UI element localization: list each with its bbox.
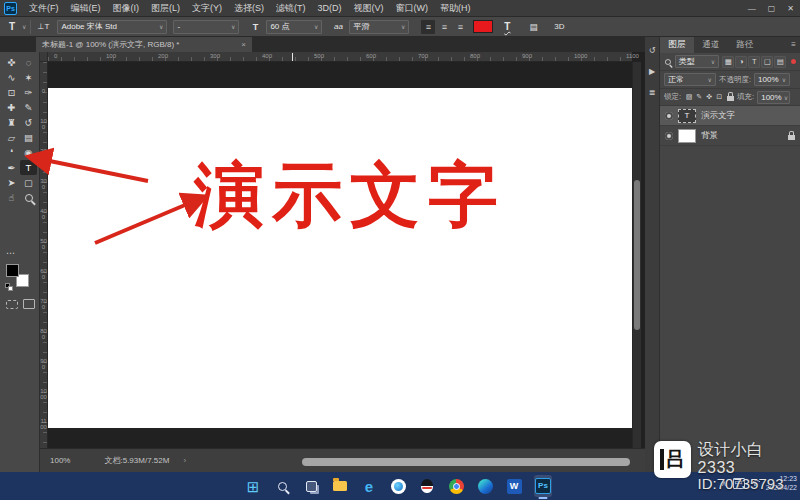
align-center-button[interactable]: ≡ [437, 20, 451, 34]
clone-stamp-tool[interactable]: ♜ [3, 115, 20, 130]
panel-menu-icon[interactable]: ≡ [791, 40, 796, 49]
layer-row[interactable]: T 演示文字 [660, 106, 800, 126]
hand-tool[interactable]: ☝ [3, 190, 20, 205]
qq-browser-icon[interactable] [389, 475, 407, 497]
menu-3d[interactable]: 3D(D) [312, 0, 348, 17]
tab-layers[interactable]: 图层 [660, 36, 694, 53]
fill-select[interactable]: 100%∨ [757, 91, 790, 104]
document-tab[interactable]: 未标题-1 @ 100% (演示文字, RGB/8) * × [36, 37, 252, 52]
magic-wand-tool[interactable]: ✶ [20, 70, 37, 85]
menu-file[interactable]: 文件(F) [23, 0, 65, 17]
threed-button[interactable]: 3D [551, 19, 567, 35]
chrome-icon[interactable] [447, 475, 465, 497]
screen-mode-icon[interactable] [23, 299, 35, 309]
menu-edit[interactable]: 编辑(E) [65, 0, 107, 17]
lasso-tool[interactable]: ∿ [3, 70, 20, 85]
layer-thumbnail[interactable]: T [678, 109, 696, 123]
blur-tool[interactable]: ❛ [3, 145, 20, 160]
close-tab-icon[interactable]: × [241, 40, 246, 49]
tool-preset-caret-icon[interactable]: ∨ [22, 23, 26, 30]
quick-mask-icon[interactable] [6, 300, 18, 309]
menu-window[interactable]: 窗口(W) [390, 0, 435, 17]
foreground-color-swatch[interactable] [6, 264, 19, 277]
text-orientation-icon[interactable]: ⊥T [35, 19, 51, 35]
minimize-button[interactable]: — [748, 4, 756, 13]
lock-pixels-icon[interactable]: ✎ [694, 92, 704, 103]
filter-toggle-icon[interactable] [791, 59, 796, 64]
layer-row[interactable]: 背景 [660, 126, 800, 146]
layer-visibility-icon[interactable] [665, 132, 673, 140]
tab-channels[interactable]: 通道 [694, 36, 728, 53]
search-button[interactable] [273, 475, 291, 497]
vertical-scrollbar[interactable] [632, 62, 641, 448]
start-button[interactable]: ⊞ [244, 475, 262, 497]
tab-paths[interactable]: 路径 [728, 36, 762, 53]
font-style-select[interactable]: -∨ [173, 20, 239, 34]
menu-type[interactable]: 文字(Y) [186, 0, 228, 17]
font-size-select[interactable]: 60 点∨ [266, 20, 322, 34]
font-family-select[interactable]: Adobe 宋体 Std∨ [57, 20, 167, 34]
crop-tool[interactable]: ⊡ [3, 85, 20, 100]
canvas[interactable]: 演示文字 [48, 88, 632, 428]
align-left-button[interactable]: ≡ [421, 20, 435, 34]
opacity-select[interactable]: 100%∨ [754, 73, 790, 86]
warp-text-icon[interactable]: T [499, 19, 515, 35]
edit-toolbar-icon[interactable]: ⋯ [6, 248, 16, 258]
healing-brush-tool[interactable]: ✚ [3, 100, 20, 115]
ie-browser-icon[interactable]: e [360, 475, 378, 497]
filter-pixel-icon[interactable]: ▦ [722, 56, 734, 68]
history-brush-tool[interactable]: ↺ [20, 115, 37, 130]
shape-tool[interactable]: ▢ [20, 175, 37, 190]
zoom-level[interactable]: 100% [50, 456, 70, 465]
marquee-tool[interactable]: ◌ [20, 55, 37, 70]
menu-help[interactable]: 帮助(H) [434, 0, 477, 17]
gradient-tool[interactable]: ▤ [20, 130, 37, 145]
pen-tool[interactable]: ✒ [3, 160, 20, 175]
eyedropper-tool[interactable]: ✑ [20, 85, 37, 100]
qq-icon[interactable] [418, 475, 436, 497]
eraser-tool[interactable]: ▱ [3, 130, 20, 145]
lock-transparency-icon[interactable]: ▨ [684, 92, 694, 103]
align-right-button[interactable]: ≡ [453, 20, 467, 34]
lock-all-icon[interactable] [727, 96, 734, 101]
menu-select[interactable]: 选择(S) [228, 0, 270, 17]
status-chevron-icon[interactable]: › [183, 456, 186, 465]
close-button[interactable]: ✕ [787, 4, 794, 13]
file-explorer-icon[interactable] [331, 475, 349, 497]
history-panel-icon[interactable]: ↺ [646, 44, 658, 56]
filter-type-select[interactable]: 类型∨ [675, 55, 719, 68]
filter-shape-icon[interactable]: ▢ [761, 56, 773, 68]
zoom-tool[interactable] [20, 190, 37, 205]
toggle-panels-icon[interactable]: ▤ [525, 19, 541, 35]
default-colors-icon[interactable] [5, 283, 14, 292]
canvas-area[interactable]: 演示文字 [48, 62, 645, 448]
filter-type-icon[interactable]: T [748, 56, 760, 68]
menu-filter[interactable]: 滤镜(T) [270, 0, 312, 17]
task-view-button[interactable] [302, 475, 320, 497]
maximize-button[interactable]: ▢ [768, 4, 776, 13]
anti-alias-select[interactable]: 平滑∨ [349, 20, 409, 34]
menu-image[interactable]: 图像(I) [107, 0, 146, 17]
dodge-tool[interactable]: ◉ [20, 145, 37, 160]
layer-name[interactable]: 背景 [701, 130, 718, 142]
menu-layer[interactable]: 图层(L) [145, 0, 186, 17]
path-selection-tool[interactable]: ➤ [3, 175, 20, 190]
layer-name[interactable]: 演示文字 [701, 110, 735, 122]
menu-view[interactable]: 视图(V) [348, 0, 390, 17]
vertical-scrollbar-thumb[interactable] [634, 180, 640, 330]
actions-panel-icon[interactable]: ▶ [646, 65, 658, 77]
blend-mode-select[interactable]: 正常∨ [664, 73, 716, 86]
edge-icon[interactable] [476, 475, 494, 497]
move-tool[interactable]: ✜ [3, 55, 20, 70]
word-icon[interactable]: W [505, 475, 523, 497]
filter-adjustment-icon[interactable]: ◑ [735, 56, 747, 68]
filter-smart-object-icon[interactable]: ▤ [774, 56, 786, 68]
layer-visibility-icon[interactable] [665, 112, 673, 120]
layer-thumbnail[interactable] [678, 129, 696, 143]
brush-tool[interactable]: ✎ [20, 100, 37, 115]
text-color-swatch[interactable] [473, 20, 493, 33]
lock-position-icon[interactable]: ✜ [704, 92, 714, 103]
horizontal-scrollbar[interactable] [302, 458, 630, 466]
lock-artboard-icon[interactable]: ⊡ [714, 92, 724, 103]
photoshop-icon[interactable]: Ps [534, 475, 552, 497]
